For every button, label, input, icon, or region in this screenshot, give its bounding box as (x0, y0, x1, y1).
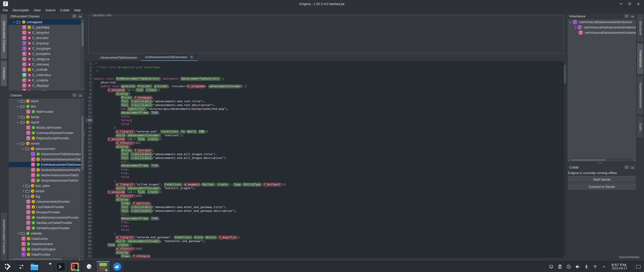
obfuscated-class-item[interactable]: RC_cxbmzbuz (9, 72, 84, 78)
expander-closed-icon[interactable] (22, 195, 24, 198)
mapped-token[interactable]: advancementConsumer (127, 134, 160, 137)
class-tree-item[interactable]: CDataGenerator (9, 241, 84, 247)
splitter-handle[interactable] (84, 132, 85, 136)
class-tree-item[interactable]: CEndAdvancementTabGener (9, 162, 84, 167)
class-tree-item[interactable]: CNbtProvider (9, 109, 84, 114)
mapped-token[interactable]: Builder (202, 183, 215, 186)
class-tree-item[interactable]: advancement (9, 146, 84, 151)
media-player-icon[interactable] (567, 264, 571, 269)
obfuscated-class-item[interactable]: CC_czvbjzte (9, 78, 84, 83)
mapped-token[interactable]: Blocks (121, 149, 132, 152)
obfuscated-class-item[interactable]: IC_brqsauyi (9, 41, 84, 46)
expander-open-icon[interactable] (569, 20, 572, 23)
mapped-token[interactable]: advancementConsumer (209, 85, 242, 88)
scroll-up-icon[interactable]: ˄ (564, 61, 567, 63)
class-tree-item[interactable]: CLootTablesProvider (9, 204, 84, 210)
scroll-down-icon[interactable]: ˅ (81, 88, 84, 90)
vertical-scrollbar[interactable]: ˄ ˅ (81, 19, 84, 90)
mapped-token[interactable]: create (217, 183, 228, 186)
class-tree-item[interactable]: server (9, 141, 84, 146)
close-window-icon[interactable] (636, 2, 640, 6)
mapped-token[interactable]: translatable (131, 156, 152, 160)
scroll-left-icon[interactable]: ❬ (568, 159, 571, 161)
obfuscated-class-item[interactable]: CC_ckkrwxej (9, 62, 84, 67)
inheritance-item[interactable]: Inet/minecraft/advancement/criterion/ (568, 19, 636, 25)
mapped-token[interactable]: to (180, 130, 185, 133)
app-launcher-launcher-button[interactable] (4, 262, 13, 271)
obfuscated-token[interactable]: m_liavgrzl (116, 236, 134, 239)
obfuscated-class-item[interactable]: CC_aaohlqkp (9, 25, 84, 30)
mapped-token[interactable]: advancementConsumer (127, 240, 160, 243)
system-settings-launcher-button[interactable] (17, 262, 26, 271)
mapped-token[interactable]: provider (154, 85, 169, 88)
mapped-token[interactable]: Text (121, 153, 129, 156)
mapped-token[interactable]: Conditions (160, 130, 179, 133)
notifications-icon[interactable] (549, 264, 553, 269)
minimize-panel-button[interactable] (78, 93, 83, 97)
expander-open-icon[interactable] (22, 147, 24, 150)
scroll-up-icon[interactable]: ˄ (81, 19, 84, 22)
mapped-token[interactable]: create (117, 243, 129, 247)
obfuscated-class-item[interactable]: CC_bdrgxihd (9, 30, 84, 35)
scroll-right-icon[interactable]: ❭ (633, 159, 636, 161)
class-tree-item[interactable]: family (9, 114, 84, 120)
minimize-panel-button[interactable] (630, 14, 635, 18)
inheritance-item[interactable]: Inet/minecraft/advancement/criterion (568, 25, 636, 30)
mapped-token[interactable]: display (116, 92, 129, 96)
mapped-token[interactable]: display (116, 198, 129, 201)
dock-tab-classes[interactable]: Classes (1, 61, 7, 86)
terminal-task-button[interactable] (54, 261, 67, 272)
clipboard-icon[interactable] (558, 264, 562, 269)
mapped-token[interactable]: Text (121, 104, 129, 107)
mapped-token[interactable]: Provider (137, 85, 152, 88)
mapped-token[interactable]: translatable (131, 104, 152, 107)
mapped-token[interactable]: AdvancementFrame (121, 111, 149, 115)
obfuscated-token[interactable]: m_kegmmjd (184, 183, 200, 186)
dock-tab-structure[interactable]: Structure (637, 14, 643, 42)
mapped-token[interactable]: create (145, 88, 157, 92)
mapped-token[interactable]: translatable (131, 209, 152, 213)
obfuscated-class-item[interactable]: unmapped (9, 19, 84, 25)
class-tree-item[interactable]: IAdvancementTabGenerator (9, 151, 84, 157)
mapped-token[interactable]: Task (107, 243, 116, 247)
obfuscated-token[interactable]: C_unoypvme (187, 85, 205, 88)
window-titlebar[interactable]: Enigma - 1.20.2-rc2-hashed.jar (0, 0, 644, 8)
obfuscated-token[interactable]: C_unoypvme (107, 190, 126, 194)
obfuscated-token[interactable]: f_kusrubar (134, 149, 152, 152)
editor-vertical-scrollbar[interactable]: ˄ ˅ (563, 61, 567, 258)
expander-closed-icon[interactable] (574, 26, 577, 29)
mapped-token[interactable]: build (116, 240, 126, 243)
mapped-token[interactable]: generate (121, 85, 136, 88)
scroll-up-icon[interactable]: ˄ (81, 98, 84, 101)
obfuscated-token[interactable]: C_unoypvme (107, 138, 126, 141)
mapped-token[interactable]: create (147, 138, 159, 141)
maximize-panel-button[interactable] (624, 14, 629, 18)
class-tree-item[interactable]: tag (9, 194, 84, 199)
maximize-panel-button[interactable] (72, 93, 77, 97)
firefox-task-button[interactable] (40, 261, 53, 272)
menu-item-collab[interactable]: Collab (58, 8, 72, 13)
menu-item-help[interactable]: Help (72, 8, 83, 13)
minimize-panel-button[interactable] (78, 14, 83, 18)
start-server-button[interactable]: Start Server (568, 176, 636, 182)
class-tree-item[interactable]: CStoryAdvancementTabGe (9, 178, 84, 183)
class-tree-item[interactable]: CDataCache (9, 236, 84, 241)
maximize-panel-button[interactable] (72, 14, 77, 18)
class-tree-item[interactable]: CCommandSyntaxProvider (9, 130, 84, 135)
tray-expand-icon[interactable] (602, 264, 606, 269)
restore-panel-button[interactable] (624, 165, 629, 169)
expander-open-icon[interactable] (13, 20, 15, 23)
mapped-token[interactable]: build (116, 134, 126, 137)
class-tree-item[interactable]: CVanillaAdvancementsProvide (9, 215, 84, 220)
file-manager-launcher-button[interactable] (30, 262, 39, 271)
class-tree-item[interactable]: recipe (9, 188, 84, 194)
expander-closed-icon[interactable] (17, 116, 19, 118)
taskbar-clock[interactable]: 9:57 P.M. 2023-09-27 (612, 263, 627, 270)
mapped-token[interactable]: Task (136, 88, 144, 92)
class-tree-item[interactable]: loot_table (9, 183, 84, 188)
mapped-token[interactable]: END (198, 130, 205, 133)
expander-closed-icon[interactable] (22, 185, 24, 187)
volume-icon[interactable] (575, 264, 580, 269)
mapped-token[interactable]: EntityType (243, 183, 261, 186)
minimize-window-icon[interactable] (619, 2, 623, 6)
